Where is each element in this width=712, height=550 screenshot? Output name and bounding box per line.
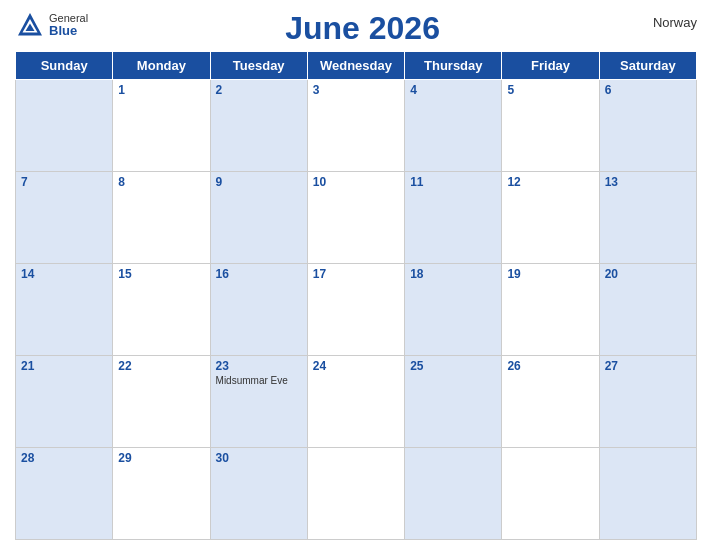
day-number: 19	[507, 267, 593, 281]
logo-blue-text: Blue	[49, 24, 88, 38]
weekday-header-thursday: Thursday	[405, 52, 502, 80]
day-number: 13	[605, 175, 691, 189]
calendar-cell: 29	[113, 448, 210, 540]
calendar-cell: 30	[210, 448, 307, 540]
calendar-cell: 26	[502, 356, 599, 448]
calendar-title: June 2026	[88, 10, 637, 47]
day-number: 4	[410, 83, 496, 97]
weekday-header-friday: Friday	[502, 52, 599, 80]
calendar-cell: 9	[210, 172, 307, 264]
day-number: 30	[216, 451, 302, 465]
calendar-cell: 13	[599, 172, 696, 264]
calendar-cell: 19	[502, 264, 599, 356]
day-number: 14	[21, 267, 107, 281]
day-number: 5	[507, 83, 593, 97]
day-number: 17	[313, 267, 399, 281]
calendar-cell	[599, 448, 696, 540]
day-number: 23	[216, 359, 302, 373]
weekday-header-saturday: Saturday	[599, 52, 696, 80]
calendar-cell	[307, 448, 404, 540]
calendar-cell: 6	[599, 80, 696, 172]
calendar-cell: 8	[113, 172, 210, 264]
day-number: 3	[313, 83, 399, 97]
logo: General Blue	[15, 10, 88, 40]
weekday-header-sunday: Sunday	[16, 52, 113, 80]
day-number: 27	[605, 359, 691, 373]
day-number: 21	[21, 359, 107, 373]
calendar-cell: 14	[16, 264, 113, 356]
weekday-header-monday: Monday	[113, 52, 210, 80]
calendar-cell: 11	[405, 172, 502, 264]
weekday-header-tuesday: Tuesday	[210, 52, 307, 80]
logo-icon	[15, 10, 45, 40]
day-number: 18	[410, 267, 496, 281]
calendar-table: SundayMondayTuesdayWednesdayThursdayFrid…	[15, 51, 697, 540]
calendar-cell: 5	[502, 80, 599, 172]
week-row-1: 123456	[16, 80, 697, 172]
day-number: 8	[118, 175, 204, 189]
calendar-cell: 18	[405, 264, 502, 356]
calendar-cell	[16, 80, 113, 172]
day-number: 29	[118, 451, 204, 465]
calendar-cell: 4	[405, 80, 502, 172]
calendar-cell: 28	[16, 448, 113, 540]
calendar-cell: 7	[16, 172, 113, 264]
calendar-cell: 22	[113, 356, 210, 448]
weekday-header-row: SundayMondayTuesdayWednesdayThursdayFrid…	[16, 52, 697, 80]
calendar-cell: 23Midsummar Eve	[210, 356, 307, 448]
calendar-cell: 21	[16, 356, 113, 448]
weekday-header-wednesday: Wednesday	[307, 52, 404, 80]
day-number: 28	[21, 451, 107, 465]
day-number: 10	[313, 175, 399, 189]
calendar-cell	[502, 448, 599, 540]
day-number: 6	[605, 83, 691, 97]
day-number: 24	[313, 359, 399, 373]
calendar-cell: 24	[307, 356, 404, 448]
day-number: 15	[118, 267, 204, 281]
calendar-cell: 10	[307, 172, 404, 264]
calendar-cell: 1	[113, 80, 210, 172]
week-row-4: 212223Midsummar Eve24252627	[16, 356, 697, 448]
day-number: 20	[605, 267, 691, 281]
event-label: Midsummar Eve	[216, 375, 302, 386]
day-number: 7	[21, 175, 107, 189]
calendar-cell: 16	[210, 264, 307, 356]
calendar-cell: 12	[502, 172, 599, 264]
calendar-header: General Blue June 2026 Norway	[15, 10, 697, 47]
calendar-cell: 25	[405, 356, 502, 448]
day-number: 22	[118, 359, 204, 373]
calendar-cell: 2	[210, 80, 307, 172]
week-row-2: 78910111213	[16, 172, 697, 264]
week-row-5: 282930	[16, 448, 697, 540]
title-area: June 2026	[88, 10, 637, 47]
day-number: 16	[216, 267, 302, 281]
day-number: 11	[410, 175, 496, 189]
day-number: 26	[507, 359, 593, 373]
calendar-cell: 15	[113, 264, 210, 356]
calendar-cell	[405, 448, 502, 540]
day-number: 9	[216, 175, 302, 189]
day-number: 1	[118, 83, 204, 97]
calendar-cell: 27	[599, 356, 696, 448]
day-number: 25	[410, 359, 496, 373]
day-number: 12	[507, 175, 593, 189]
calendar-cell: 20	[599, 264, 696, 356]
day-number: 2	[216, 83, 302, 97]
country-label: Norway	[637, 10, 697, 30]
week-row-3: 14151617181920	[16, 264, 697, 356]
calendar-cell: 3	[307, 80, 404, 172]
calendar-cell: 17	[307, 264, 404, 356]
